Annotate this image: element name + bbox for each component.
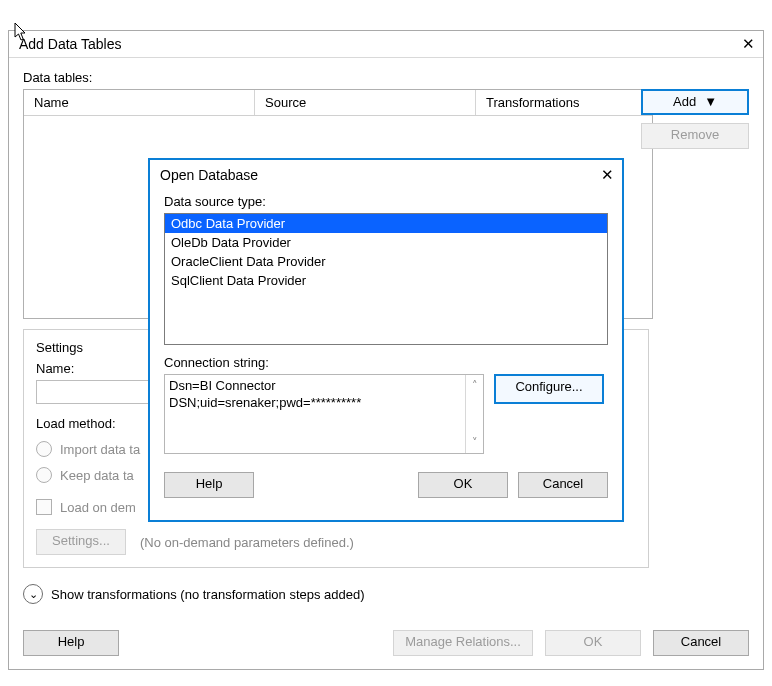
open-database-dialog: Open Database ✕ Data source type: Odbc D… [148,158,624,522]
manage-relations-button: Manage Relations... [393,630,533,656]
column-transformations[interactable]: Transformations [476,90,652,115]
close-icon[interactable]: ✕ [739,31,757,57]
scroll-down-icon: ˅ [472,434,478,451]
ondemand-note: (No on-demand parameters defined.) [140,535,354,550]
checkbox-icon [36,499,52,515]
add-button[interactable]: Add▼ [641,89,749,115]
connection-string-textarea[interactable]: Dsn=BI Connector DSN;uid=srenaker;pwd=**… [164,374,484,454]
main-help-button[interactable]: Help [23,630,119,656]
column-source[interactable]: Source [255,90,476,115]
radio-icon [36,467,52,483]
column-name[interactable]: Name [24,90,255,115]
modal-cancel-button[interactable]: Cancel [518,472,608,498]
scroll-up-icon: ˄ [472,377,478,394]
close-icon[interactable]: ✕ [598,160,616,190]
list-item[interactable]: SqlClient Data Provider [165,271,607,290]
remove-button: Remove [641,123,749,149]
scrollbar[interactable]: ˄˅ [465,375,483,453]
main-ok-button: OK [545,630,641,656]
data-tables-label: Data tables: [23,70,749,85]
show-transformations-toggle[interactable]: ⌄ Show transformations (no transformatio… [23,584,749,604]
connection-string-label: Connection string: [164,355,608,370]
main-titlebar: Add Data Tables ✕ [9,31,763,58]
ondemand-settings-button: Settings... [36,529,126,555]
cursor-icon [14,22,30,42]
chevron-down-icon: ⌄ [23,584,43,604]
dropdown-caret-icon: ▼ [704,94,717,109]
main-cancel-button[interactable]: Cancel [653,630,749,656]
main-title: Add Data Tables [19,31,121,57]
list-item[interactable]: OleDb Data Provider [165,233,607,252]
configure-button[interactable]: Configure... [494,374,604,404]
data-source-type-label: Data source type: [164,194,608,209]
modal-help-button[interactable]: Help [164,472,254,498]
data-source-type-list[interactable]: Odbc Data Provider OleDb Data Provider O… [164,213,608,345]
list-item[interactable]: OracleClient Data Provider [165,252,607,271]
modal-title: Open Database [160,160,258,190]
list-item[interactable]: Odbc Data Provider [165,214,607,233]
modal-ok-button[interactable]: OK [418,472,508,498]
radio-icon [36,441,52,457]
